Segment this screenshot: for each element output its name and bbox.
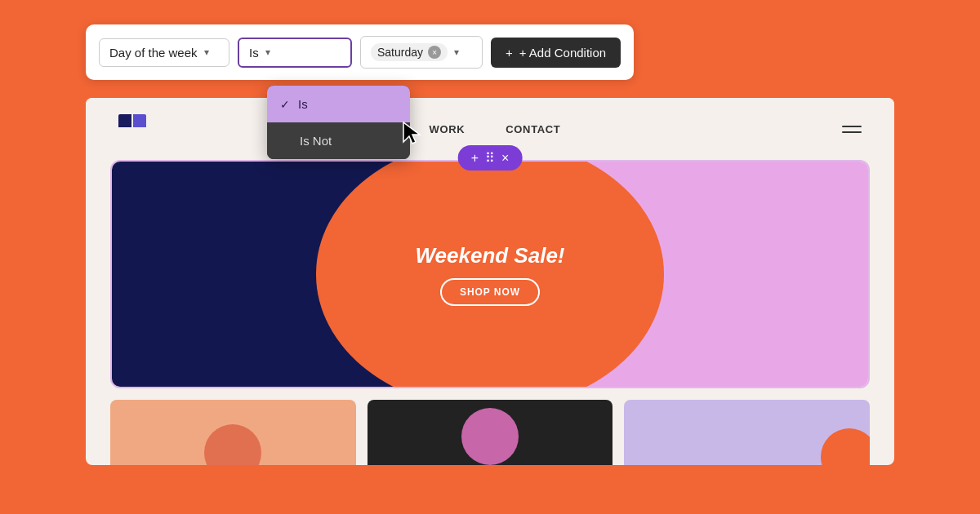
logo-bl (118, 130, 131, 143)
dropdown-item-is-not[interactable]: Is Not (267, 122, 410, 159)
check-icon: ✓ (280, 98, 290, 111)
dropdown-is-label: Is (298, 97, 308, 111)
hero-title: Weekend Sale! (415, 243, 564, 268)
hamburger-line-1 (842, 126, 862, 127)
card-2-circle (461, 408, 519, 465)
hero-grid-icon[interactable]: ⠿ (485, 150, 495, 166)
condition-toolbar: Day of the week ▾ Is ▾ Saturday × ▾ + + … (86, 24, 634, 80)
card-2 (368, 400, 613, 465)
nav-work[interactable]: WORK (430, 123, 466, 135)
svg-marker-0 (403, 122, 420, 144)
is-chevron-icon: ▾ (265, 47, 270, 58)
is-label: Is (249, 46, 259, 60)
is-select[interactable]: Is ▾ (238, 38, 352, 68)
card-1 (110, 400, 356, 465)
card-3-circle (821, 428, 870, 465)
saturday-tag: Saturday × (371, 43, 448, 61)
saturday-select[interactable]: Saturday × ▾ (360, 36, 483, 69)
day-of-week-select[interactable]: Day of the week ▾ (99, 38, 229, 67)
card-3 (624, 400, 870, 465)
day-of-week-label: Day of the week (109, 46, 198, 60)
hero-add-icon[interactable]: + (471, 151, 479, 166)
add-condition-button[interactable]: + + Add Condition (491, 38, 621, 68)
logo-br (133, 130, 146, 143)
hamburger-line-2 (842, 131, 862, 133)
card-1-circle (204, 424, 261, 465)
hero-blob: Weekend Sale! SHOP NOW (316, 160, 664, 388)
saturday-remove-button[interactable]: × (428, 46, 441, 59)
bottom-cards (86, 388, 894, 465)
hero-section: + ⠿ × Weekend Sale! SHOP NOW (110, 160, 870, 388)
hero-edit-toolbar: + ⠿ × (458, 145, 523, 171)
hamburger-menu-icon[interactable] (842, 126, 862, 133)
add-icon: + (506, 46, 513, 60)
shop-now-button[interactable]: SHOP NOW (440, 278, 540, 306)
saturday-chevron-icon: ▾ (454, 47, 459, 58)
dropdown-is-not-label: Is Not (300, 134, 332, 148)
logo-tr (133, 114, 146, 127)
hero-inner: Weekend Sale! SHOP NOW (110, 160, 870, 388)
saturday-label: Saturday (377, 46, 423, 59)
logo-tl (118, 114, 131, 127)
website-preview: WORK CONTACT + ⠿ × Weekend Sale! SHOP NO… (86, 98, 894, 465)
hero-close-icon[interactable]: × (501, 151, 509, 166)
day-chevron-icon: ▾ (204, 47, 209, 58)
site-logo (118, 114, 148, 144)
nav-links: WORK CONTACT (430, 123, 561, 135)
nav-contact[interactable]: CONTACT (506, 123, 560, 135)
add-condition-label: + Add Condition (519, 46, 606, 60)
is-dropdown: ✓ Is Is Not (267, 86, 410, 159)
dropdown-item-is[interactable]: ✓ Is (267, 86, 410, 122)
